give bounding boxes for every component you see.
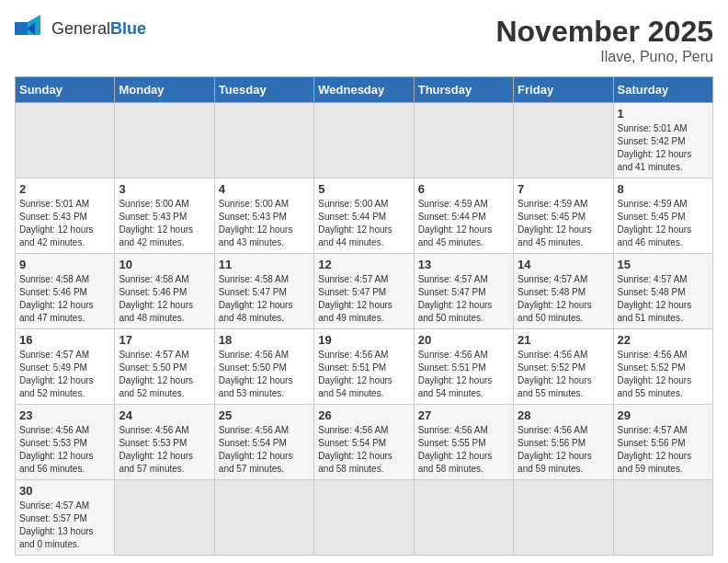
cell-info: Sunrise: 4:56 AM Sunset: 5:54 PM Dayligh… (318, 424, 409, 476)
calendar-cell (115, 103, 214, 178)
calendar-cell: 1Sunrise: 5:01 AM Sunset: 5:42 PM Daylig… (613, 103, 712, 178)
calendar-cell: 21Sunrise: 4:56 AM Sunset: 5:52 PM Dayli… (514, 329, 613, 405)
calendar-cell (214, 103, 313, 178)
calendar-cell: 4Sunrise: 5:00 AM Sunset: 5:43 PM Daylig… (214, 178, 313, 254)
cell-info: Sunrise: 4:56 AM Sunset: 5:51 PM Dayligh… (318, 349, 409, 400)
day-number: 28 (518, 408, 609, 422)
day-number: 20 (418, 333, 509, 347)
calendar-table: SundayMondayTuesdayWednesdayThursdayFrid… (15, 76, 713, 556)
day-number: 18 (219, 333, 310, 347)
header-day-saturday: Saturday (613, 77, 712, 103)
day-number: 8 (618, 182, 709, 196)
cell-info: Sunrise: 4:57 AM Sunset: 5:56 PM Dayligh… (618, 424, 709, 476)
cell-info: Sunrise: 5:01 AM Sunset: 5:42 PM Dayligh… (618, 122, 709, 174)
day-number: 4 (219, 182, 310, 196)
calendar-cell (115, 480, 214, 556)
calendar-cell (314, 103, 414, 178)
calendar-cell: 22Sunrise: 4:56 AM Sunset: 5:52 PM Dayli… (613, 329, 712, 405)
calendar-cell: 20Sunrise: 4:56 AM Sunset: 5:51 PM Dayli… (414, 329, 513, 405)
calendar-cell (414, 103, 513, 178)
calendar-cell (214, 480, 313, 556)
day-number: 10 (119, 258, 210, 271)
calendar-cell: 28Sunrise: 4:56 AM Sunset: 5:56 PM Dayli… (514, 405, 613, 480)
day-number: 12 (318, 258, 409, 271)
day-number: 7 (518, 182, 609, 196)
cell-info: Sunrise: 4:57 AM Sunset: 5:57 PM Dayligh… (19, 500, 110, 551)
cell-info: Sunrise: 5:00 AM Sunset: 5:44 PM Dayligh… (318, 198, 409, 249)
calendar-cell: 11Sunrise: 4:58 AM Sunset: 5:47 PM Dayli… (214, 254, 313, 329)
day-number: 15 (618, 258, 709, 271)
day-number: 6 (418, 182, 509, 196)
cell-info: Sunrise: 4:59 AM Sunset: 5:44 PM Dayligh… (418, 198, 509, 249)
calendar-cell: 2Sunrise: 5:01 AM Sunset: 5:43 PM Daylig… (16, 178, 115, 254)
calendar-cell (16, 103, 115, 178)
cell-info: Sunrise: 4:57 AM Sunset: 5:50 PM Dayligh… (119, 349, 210, 400)
day-number: 9 (19, 258, 110, 271)
cell-info: Sunrise: 4:56 AM Sunset: 5:52 PM Dayligh… (518, 349, 609, 400)
day-number: 5 (318, 182, 409, 196)
calendar-cell: 7Sunrise: 4:59 AM Sunset: 5:45 PM Daylig… (514, 178, 613, 254)
cell-info: Sunrise: 4:56 AM Sunset: 5:56 PM Dayligh… (518, 424, 609, 476)
calendar-cell: 15Sunrise: 4:57 AM Sunset: 5:48 PM Dayli… (613, 254, 712, 329)
day-number: 11 (219, 258, 310, 271)
header-day-monday: Monday (115, 77, 214, 103)
week-row-5: 23Sunrise: 4:56 AM Sunset: 5:53 PM Dayli… (16, 405, 713, 480)
day-number: 30 (19, 484, 110, 498)
calendar-cell: 27Sunrise: 4:56 AM Sunset: 5:55 PM Dayli… (414, 405, 513, 480)
cell-info: Sunrise: 4:58 AM Sunset: 5:47 PM Dayligh… (219, 273, 310, 325)
week-row-6: 30Sunrise: 4:57 AM Sunset: 5:57 PM Dayli… (16, 480, 713, 556)
cell-info: Sunrise: 4:58 AM Sunset: 5:46 PM Dayligh… (119, 273, 210, 325)
day-number: 24 (119, 408, 210, 422)
day-number: 2 (19, 182, 110, 196)
day-number: 13 (418, 258, 509, 271)
calendar-cell: 25Sunrise: 4:56 AM Sunset: 5:54 PM Dayli… (214, 405, 313, 480)
calendar-cell: 19Sunrise: 4:56 AM Sunset: 5:51 PM Dayli… (314, 329, 414, 405)
week-row-1: 1Sunrise: 5:01 AM Sunset: 5:42 PM Daylig… (16, 103, 713, 178)
calendar-cell (514, 480, 613, 556)
day-number: 23 (19, 408, 110, 422)
page-header: GeneralBlue November 2025 Ilave, Puno, P… (15, 15, 713, 65)
day-number: 1 (618, 107, 709, 121)
week-row-4: 16Sunrise: 4:57 AM Sunset: 5:49 PM Dayli… (16, 329, 713, 405)
calendar-cell (414, 480, 513, 556)
calendar-cell: 6Sunrise: 4:59 AM Sunset: 5:44 PM Daylig… (414, 178, 513, 254)
calendar-cell: 8Sunrise: 4:59 AM Sunset: 5:45 PM Daylig… (613, 178, 712, 254)
cell-info: Sunrise: 4:57 AM Sunset: 5:49 PM Dayligh… (19, 349, 110, 400)
cell-info: Sunrise: 4:56 AM Sunset: 5:53 PM Dayligh… (119, 424, 210, 476)
cell-info: Sunrise: 4:57 AM Sunset: 5:47 PM Dayligh… (418, 273, 509, 325)
cell-info: Sunrise: 4:57 AM Sunset: 5:48 PM Dayligh… (618, 273, 709, 325)
cell-info: Sunrise: 5:00 AM Sunset: 5:43 PM Dayligh… (219, 198, 310, 249)
cell-info: Sunrise: 4:59 AM Sunset: 5:45 PM Dayligh… (618, 198, 709, 249)
calendar-cell: 26Sunrise: 4:56 AM Sunset: 5:54 PM Dayli… (314, 405, 414, 480)
day-number: 3 (119, 182, 210, 196)
day-number: 14 (518, 258, 609, 271)
day-number: 26 (318, 408, 409, 422)
location: Ilave, Puno, Peru (495, 49, 713, 65)
cell-info: Sunrise: 5:00 AM Sunset: 5:43 PM Dayligh… (119, 198, 210, 249)
day-number: 19 (318, 333, 409, 347)
day-number: 17 (119, 333, 210, 347)
calendar-cell: 12Sunrise: 4:57 AM Sunset: 5:47 PM Dayli… (314, 254, 414, 329)
svg-rect-0 (15, 22, 28, 35)
day-number: 21 (518, 333, 609, 347)
header-day-thursday: Thursday (414, 77, 513, 103)
cell-info: Sunrise: 4:56 AM Sunset: 5:50 PM Dayligh… (219, 349, 310, 400)
cell-info: Sunrise: 4:58 AM Sunset: 5:46 PM Dayligh… (19, 273, 110, 325)
week-row-2: 2Sunrise: 5:01 AM Sunset: 5:43 PM Daylig… (16, 178, 713, 254)
logo-text: GeneralBlue (51, 19, 146, 39)
calendar-cell: 13Sunrise: 4:57 AM Sunset: 5:47 PM Dayli… (414, 254, 513, 329)
month-title: November 2025 (495, 15, 713, 49)
cell-info: Sunrise: 4:56 AM Sunset: 5:52 PM Dayligh… (618, 349, 709, 400)
cell-info: Sunrise: 4:57 AM Sunset: 5:47 PM Dayligh… (318, 273, 409, 325)
calendar-cell: 29Sunrise: 4:57 AM Sunset: 5:56 PM Dayli… (613, 405, 712, 480)
calendar-cell: 9Sunrise: 4:58 AM Sunset: 5:46 PM Daylig… (16, 254, 115, 329)
logo: GeneralBlue (15, 15, 146, 42)
calendar-cell: 14Sunrise: 4:57 AM Sunset: 5:48 PM Dayli… (514, 254, 613, 329)
cell-info: Sunrise: 4:56 AM Sunset: 5:54 PM Dayligh… (219, 424, 310, 476)
header-day-wednesday: Wednesday (314, 77, 414, 103)
calendar-cell: 10Sunrise: 4:58 AM Sunset: 5:46 PM Dayli… (115, 254, 214, 329)
calendar-cell: 3Sunrise: 5:00 AM Sunset: 5:43 PM Daylig… (115, 178, 214, 254)
cell-info: Sunrise: 4:56 AM Sunset: 5:55 PM Dayligh… (418, 424, 509, 476)
header-row: SundayMondayTuesdayWednesdayThursdayFrid… (16, 77, 713, 103)
cell-info: Sunrise: 4:59 AM Sunset: 5:45 PM Dayligh… (518, 198, 609, 249)
